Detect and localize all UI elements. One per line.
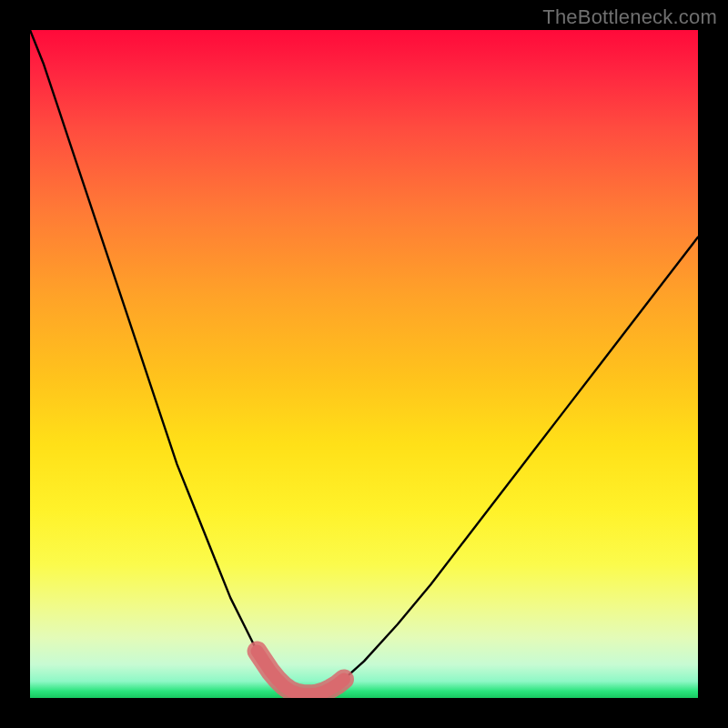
bottleneck-curve	[30, 30, 698, 694]
curve-layer	[30, 30, 698, 698]
watermark-label: TheBottleneck.com	[542, 5, 717, 29]
plot-area	[30, 30, 698, 698]
chart-frame: TheBottleneck.com	[0, 0, 728, 728]
